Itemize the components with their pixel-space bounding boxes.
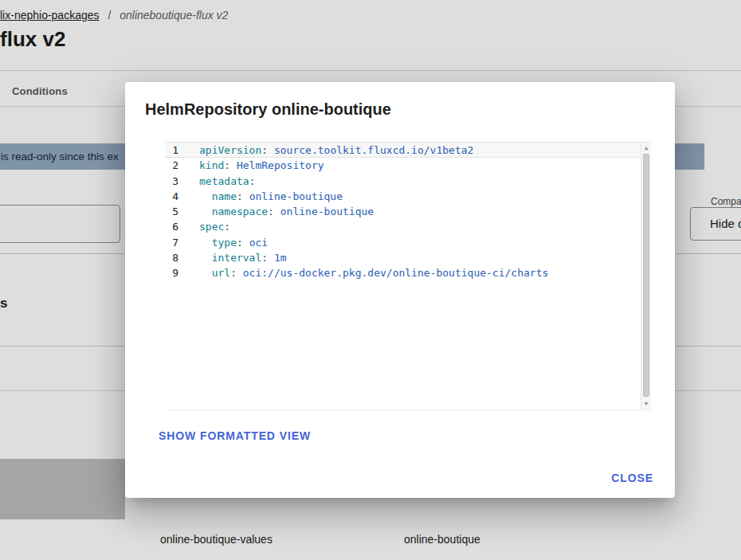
code-line: 9 url: oci://us-docker.pkg.dev/online-bo… [165, 265, 641, 280]
line-number: 9 [165, 265, 178, 280]
code-text: name: online-boutique [199, 189, 343, 204]
line-number: 7 [165, 235, 178, 250]
dialog-title: HelmRepository online-boutique [145, 100, 391, 119]
show-formatted-view-button[interactable]: SHOW FORMATTED VIEW [152, 423, 317, 448]
code-line: 4 name: online-boutique [165, 189, 641, 204]
code-text: apiVersion: source.toolkit.fluxcd.io/v1b… [199, 143, 473, 158]
code-text: kind: HelmRepository [199, 158, 324, 173]
code-text: url: oci://us-docker.pkg.dev/online-bout… [199, 265, 548, 280]
scroll-up-arrow-icon[interactable]: ▲ [641, 143, 651, 154]
code-line: 5 namespace: online-boutique [165, 204, 641, 219]
code-lines: 1apiVersion: source.toolkit.fluxcd.io/v1… [165, 143, 641, 281]
line-number: 3 [165, 174, 178, 189]
code-text: spec: [199, 219, 230, 234]
code-text: interval: 1m [199, 250, 287, 265]
yaml-editor[interactable]: 1apiVersion: source.toolkit.fluxcd.io/v1… [165, 142, 651, 410]
line-number: 6 [165, 219, 178, 234]
dialog: HelmRepository online-boutique 1apiVersi… [125, 82, 675, 498]
line-number: 5 [165, 204, 178, 219]
close-button[interactable]: CLOSE [605, 465, 660, 491]
code-line: 8 interval: 1m [165, 250, 641, 265]
line-number: 1 [165, 143, 178, 158]
code-line: 6spec: [165, 219, 641, 234]
code-line: 7 type: oci [165, 235, 641, 250]
code-text: metadata: [199, 174, 255, 189]
scrollbar-thumb[interactable] [643, 154, 649, 397]
line-number: 8 [165, 250, 178, 265]
code-text: type: oci [199, 235, 268, 250]
scrollbar[interactable]: ▲ ▼ [641, 143, 651, 409]
scroll-down-arrow-icon[interactable]: ▼ [641, 398, 651, 409]
line-number: 4 [165, 189, 178, 204]
code-line: 3metadata: [165, 174, 641, 189]
code-line: 2kind: HelmRepository [165, 158, 641, 173]
code-text: namespace: online-boutique [199, 204, 374, 219]
line-number: 2 [165, 158, 178, 173]
code-line: 1apiVersion: source.toolkit.fluxcd.io/v1… [165, 143, 641, 158]
